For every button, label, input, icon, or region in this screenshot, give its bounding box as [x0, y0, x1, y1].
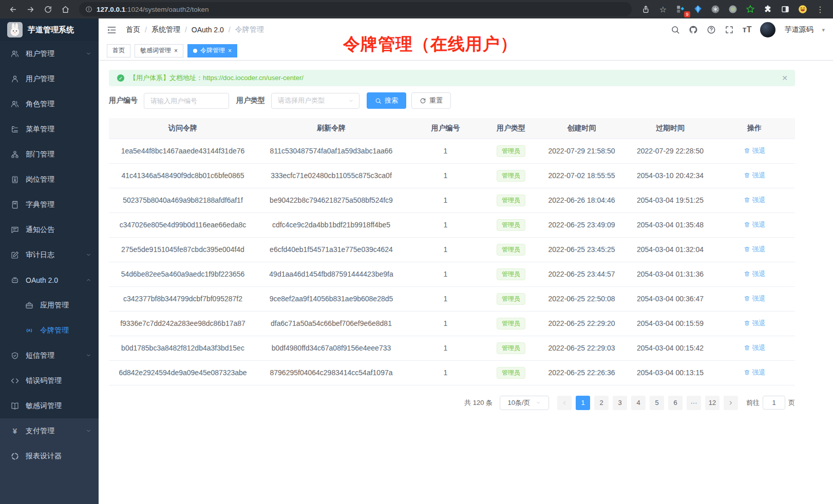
- force-logout-button[interactable]: 强退: [744, 146, 766, 156]
- page-button-6[interactable]: 6: [668, 396, 683, 410]
- sidebar-item-sms[interactable]: 短信管理: [0, 343, 99, 368]
- page-button-2[interactable]: 2: [594, 396, 609, 410]
- browser-home-icon[interactable]: [56, 2, 74, 16]
- split-view-icon[interactable]: [777, 2, 794, 16]
- force-logout-button[interactable]: 强退: [744, 368, 766, 377]
- goto-page-input[interactable]: [763, 396, 785, 410]
- fullscreen-icon[interactable]: [725, 25, 734, 34]
- page-button-5[interactable]: 5: [650, 396, 664, 410]
- sidebar-item-user[interactable]: 用户管理: [0, 66, 99, 91]
- sidebar-item-sensitive-word[interactable]: 敏感词管理: [0, 393, 99, 418]
- reset-button[interactable]: 重置: [411, 92, 451, 109]
- browser-back-icon[interactable]: [4, 2, 22, 16]
- extension-gem-icon[interactable]: [689, 2, 707, 16]
- extension-ring-icon[interactable]: [724, 2, 742, 16]
- cell-created-time: 2022-07-02 18:55:55: [537, 163, 627, 188]
- page-size-select[interactable]: 10条/页: [500, 396, 549, 410]
- sidebar-item-dict[interactable]: 字典管理: [0, 192, 99, 217]
- cell-user-type: 管理员: [485, 212, 537, 237]
- browser-menu-kebab-icon[interactable]: ⋮: [811, 2, 829, 16]
- page-button-4[interactable]: 4: [631, 396, 646, 410]
- force-logout-button[interactable]: 强退: [744, 196, 766, 205]
- font-size-icon[interactable]: тT: [743, 26, 752, 34]
- sidebar-item-oauth2[interactable]: OAuth 2.0: [0, 267, 99, 293]
- share-icon[interactable]: [637, 2, 654, 16]
- table-body: 1ea5e44f8bc1467aaede43144f31de76811c5304…: [109, 139, 795, 385]
- sidebar-item-menu[interactable]: 菜单管理: [0, 117, 99, 142]
- sidebar-item-error-code[interactable]: 错误码管理: [0, 368, 99, 393]
- sidebar-item-pay[interactable]: ¥支付管理: [0, 418, 99, 443]
- next-page-button[interactable]: [724, 396, 738, 410]
- navbar-actions: тT 芋道源码 ▾: [671, 22, 825, 37]
- user-id-label: 用户编号: [109, 96, 138, 105]
- tab-首页[interactable]: 首页: [107, 44, 130, 57]
- bookmark-star-icon[interactable]: ☆: [654, 2, 672, 16]
- breadcrumb-item[interactable]: 首页: [126, 25, 140, 34]
- page-button-3[interactable]: 3: [613, 396, 627, 410]
- search-button[interactable]: 搜索: [367, 92, 406, 109]
- sidebar-item-dept[interactable]: 部门管理: [0, 142, 99, 167]
- sidebar-collapse-icon[interactable]: [107, 25, 117, 35]
- breadcrumb-item[interactable]: OAuth 2.0: [192, 26, 224, 34]
- cell-created-time: 2022-06-25 22:50:08: [537, 286, 627, 311]
- app-title: 芋道管理系统: [28, 25, 74, 35]
- force-logout-button[interactable]: 强退: [744, 319, 766, 328]
- user-menu-caret-icon[interactable]: ▾: [822, 27, 825, 33]
- user-type-badge: 管理员: [497, 268, 525, 280]
- github-icon[interactable]: [689, 25, 698, 34]
- cell-access-token: b0d1785bc3a8482f812db4a3f3bd15ec: [109, 336, 257, 360]
- browser-reload-icon[interactable]: [39, 2, 56, 16]
- sidebar-item-report-designer[interactable]: 报表设计器: [0, 443, 99, 469]
- sidebar-item-post[interactable]: 岗位管理: [0, 167, 99, 192]
- site-info-icon[interactable]: [85, 6, 92, 13]
- sidebar-item-oauth2-app[interactable]: 应用管理: [0, 293, 99, 318]
- browser-address-bar[interactable]: 127.0.0.1:1024/system/oauth2/token: [79, 2, 632, 16]
- sidebar-item-notice[interactable]: 通知公告: [0, 217, 99, 242]
- tab-label: 首页: [112, 46, 125, 55]
- cell-actions: 强退: [714, 311, 795, 336]
- force-logout-button[interactable]: 强退: [744, 245, 766, 254]
- prev-page-button[interactable]: [557, 396, 572, 410]
- force-logout-button[interactable]: 强退: [744, 171, 766, 180]
- cell-user-id: 1: [406, 336, 485, 360]
- sidebar-item-label: 通知公告: [26, 225, 91, 235]
- tab-敏感词管理[interactable]: 敏感词管理×: [135, 44, 183, 57]
- cell-created-time: 2022-06-26 18:04:46: [537, 188, 627, 212]
- cell-actions: 强退: [714, 336, 795, 360]
- force-logout-button[interactable]: 强退: [744, 343, 766, 353]
- tab-令牌管理[interactable]: 令牌管理×: [187, 44, 237, 57]
- browser-forward-icon[interactable]: [22, 2, 39, 16]
- breadcrumb-item[interactable]: 系统管理: [152, 25, 180, 34]
- cell-access-token: 41c41346a548490f9dc8b01c6bfe0865: [109, 163, 257, 188]
- page-button-12[interactable]: 12: [705, 396, 720, 410]
- tab-close-icon[interactable]: ×: [228, 48, 232, 54]
- user-name[interactable]: 芋道源码: [784, 25, 813, 34]
- help-icon[interactable]: [707, 25, 716, 34]
- sidebar-item-tenant[interactable]: 租户管理: [0, 41, 99, 66]
- user-type-select[interactable]: 请选择用户类型: [271, 93, 359, 109]
- page-button-···[interactable]: ···: [687, 396, 701, 410]
- force-logout-button[interactable]: 强退: [744, 220, 766, 229]
- alert-close-icon[interactable]: ✕: [782, 74, 788, 82]
- sidebar-item-audit-log[interactable]: 审计日志: [0, 242, 99, 267]
- extension-green-star-icon[interactable]: [742, 2, 759, 16]
- extension-command-circle-icon[interactable]: [707, 2, 724, 16]
- extension-puzzle-icon[interactable]: [759, 2, 777, 16]
- tab-close-icon[interactable]: ×: [174, 48, 178, 54]
- profile-emoji-avatar[interactable]: [794, 2, 811, 16]
- user-avatar[interactable]: [760, 22, 775, 37]
- user-type-badge: 管理员: [497, 244, 525, 256]
- cell-user-type: 管理员: [485, 139, 537, 163]
- search-icon[interactable]: [671, 25, 680, 34]
- doc-link[interactable]: https://doc.iocoder.cn/user-center/: [203, 74, 304, 82]
- force-logout-button[interactable]: 强退: [744, 269, 766, 279]
- page-button-1[interactable]: 1: [576, 396, 590, 410]
- cell-refresh-token: 9ce8ef2aa9f14056b831ae9b608e28d5: [257, 286, 406, 311]
- sidebar-item-label: 令牌管理: [40, 326, 91, 335]
- sidebar-item-role[interactable]: 角色管理: [0, 91, 99, 117]
- force-logout-button[interactable]: 强退: [744, 294, 766, 303]
- sidebar-item-oauth2-token[interactable]: A令牌管理: [0, 318, 99, 343]
- user-id-input[interactable]: [144, 93, 229, 109]
- extension-tampermonkey-icon[interactable]: 9: [672, 2, 689, 16]
- sidebar-item-label: 错误码管理: [26, 376, 91, 385]
